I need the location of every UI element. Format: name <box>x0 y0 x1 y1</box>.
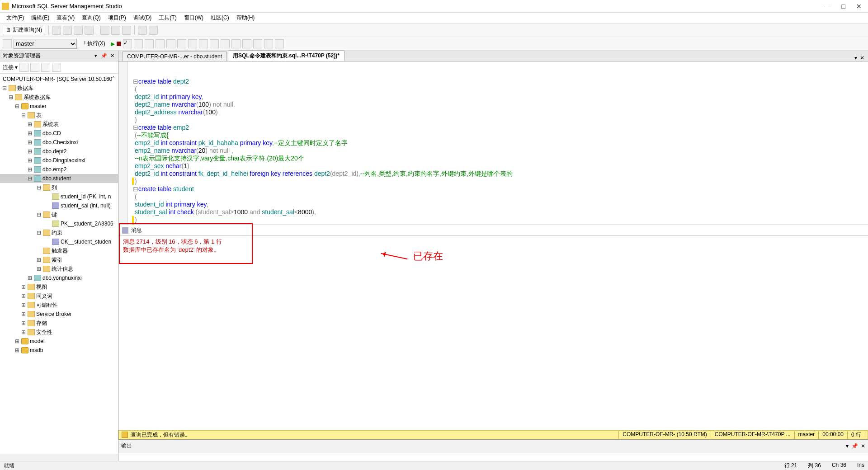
tree-node[interactable]: ⊞视图 <box>0 282 118 291</box>
tree-node[interactable]: ⊞dbo.emp2 <box>0 165 118 174</box>
toolbar-btn[interactable] <box>275 39 284 48</box>
messages-body[interactable]: 消息 2714，级别 16，状态 6，第 1 行 数据库中已存在名为 'dept… <box>118 236 868 430</box>
close-icon[interactable]: ✕ <box>856 3 862 10</box>
tree-node[interactable]: ⊟系统数据库 <box>0 93 118 102</box>
connect-button[interactable]: 连接 ▾ <box>3 64 18 71</box>
toolbar-btn[interactable] <box>41 63 50 72</box>
menu-edit[interactable]: 编辑(E) <box>28 13 52 23</box>
menu-query[interactable]: 查询(Q) <box>79 13 103 23</box>
menu-tools[interactable]: 工具(T) <box>156 13 179 23</box>
toolbar-btn[interactable] <box>231 39 241 48</box>
error-line: 数据库中已存在名为 'dept2' 的对象。 <box>123 246 863 254</box>
status-db: master <box>794 431 819 439</box>
tree-node[interactable]: ⊞统计信息 <box>0 264 118 273</box>
tree-node[interactable]: ⊞msdb <box>0 346 118 355</box>
toolbar-btn[interactable] <box>166 39 175 48</box>
output-body[interactable] <box>118 452 868 461</box>
tree-leaf[interactable]: PK__student_2A3306 <box>0 219 118 228</box>
toolbar-btn[interactable] <box>30 63 39 72</box>
parse-icon[interactable]: ✓ <box>123 39 132 48</box>
tab-inactive[interactable]: COMPUTER-OF-MR-...er - dbo.student <box>122 52 227 61</box>
tree-node[interactable]: ⊞索引 <box>0 255 118 264</box>
tree-node[interactable]: ⊟master <box>0 102 118 111</box>
close-icon[interactable]: ✕ <box>861 443 865 449</box>
toolbar-btn[interactable] <box>3 39 12 48</box>
toolbar-btn[interactable] <box>221 39 230 48</box>
tree-node[interactable]: ⊞系统表 <box>0 120 118 129</box>
minimize-icon[interactable]: — <box>825 3 831 10</box>
toolbar-btn[interactable] <box>138 26 147 35</box>
toolbar-btn[interactable] <box>19 63 28 72</box>
pin-icon[interactable]: 📌 <box>851 443 858 449</box>
tree-node[interactable]: ⊞同义词 <box>0 291 118 301</box>
tree-node[interactable]: ⊞dbo.Checixinxi <box>0 138 118 147</box>
toolbar-btn[interactable] <box>74 26 83 35</box>
tree-node[interactable]: ⊟约束 <box>0 228 118 237</box>
tree-leaf[interactable]: student_sal (int, null) <box>0 201 118 210</box>
toolbar-btn[interactable] <box>253 39 262 48</box>
tree[interactable]: COMPUTER-OF-MR- (SQL Server 10.50.160 ˄ … <box>0 74 118 454</box>
tree-node-selected[interactable]: ⊟dbo.student <box>0 174 118 183</box>
menu-view[interactable]: 查看(V) <box>54 13 77 23</box>
tree-node[interactable]: 触发器 <box>0 246 118 255</box>
save-all-icon[interactable] <box>122 26 131 35</box>
menu-help[interactable]: 帮助(H) <box>234 13 258 23</box>
menu-project[interactable]: 项目(P) <box>105 13 129 23</box>
tree-node[interactable]: ⊞dbo.CD <box>0 129 118 138</box>
toolbar-btn[interactable] <box>264 39 273 48</box>
toolbar-btn[interactable] <box>199 39 208 48</box>
scrollbar-h[interactable] <box>0 454 118 461</box>
status-server: COMPUTER-OF-MR- (10.50 RTM) <box>618 431 710 439</box>
tree-node[interactable]: ⊞Service Broker <box>0 310 118 319</box>
toolbar-btn[interactable] <box>149 26 158 35</box>
toolbar-btn[interactable] <box>188 39 197 48</box>
toolbar-btn[interactable] <box>177 39 186 48</box>
pin-icon[interactable]: 📌 <box>101 53 107 59</box>
stop-icon[interactable] <box>117 42 121 46</box>
tree-node[interactable]: ⊟列 <box>0 183 118 192</box>
menu-window[interactable]: 窗口(W) <box>181 13 206 23</box>
toolbar-btn[interactable] <box>52 26 61 35</box>
toolbar-btn[interactable] <box>210 39 219 48</box>
tree-node[interactable]: ⊞dbo.Dingpiaoxinxi <box>0 156 118 165</box>
maximize-icon[interactable]: □ <box>842 3 845 10</box>
close-icon[interactable]: ✕ <box>109 53 115 59</box>
tree-node[interactable]: ⊟键 <box>0 210 118 219</box>
tree-node[interactable]: ⊞存储 <box>0 319 118 328</box>
menu-community[interactable]: 社区(C) <box>208 13 232 23</box>
toolbar-btn[interactable] <box>145 39 154 48</box>
tab-close-icon[interactable]: ✕ <box>860 55 864 61</box>
menu-debug[interactable]: 调试(D) <box>131 13 155 23</box>
sql-editor[interactable]: ⊟create table dept2 ( dept2_id int prima… <box>118 61 868 225</box>
execute-button[interactable]: ! 执行(X) <box>80 39 109 48</box>
open-icon[interactable] <box>100 26 109 35</box>
tab-active[interactable]: 用SQL命令建表和约束.sql...R-\T470P (52))* <box>228 50 344 61</box>
menu-file[interactable]: 文件(F) <box>4 13 27 23</box>
toolbar-btn[interactable] <box>242 39 251 48</box>
toolbar-btn[interactable] <box>134 39 143 48</box>
tree-node[interactable]: ⊟数据库 <box>0 84 118 93</box>
save-icon[interactable] <box>111 26 120 35</box>
messages-tab[interactable]: 消息 <box>118 225 868 236</box>
tree-leaf[interactable]: CK__student_studen <box>0 237 118 246</box>
tab-dropdown-icon[interactable]: ▾ <box>854 55 857 61</box>
dropdown-icon[interactable]: ▾ <box>846 443 849 449</box>
server-node[interactable]: COMPUTER-OF-MR- (SQL Server 10.50.160 ˄ <box>0 75 118 84</box>
debug-icon[interactable]: ▶ <box>111 41 115 47</box>
tree-leaf[interactable]: student_id (PK, int, n <box>0 192 118 201</box>
output-title: 输出 <box>121 442 132 450</box>
tree-node[interactable]: ⊞安全性 <box>0 328 118 337</box>
tree-node[interactable]: ⊞model <box>0 337 118 346</box>
tree-node[interactable]: ⊟表 <box>0 111 118 120</box>
tree-node[interactable]: ⊞dbo.yonghuxinxi <box>0 273 118 282</box>
toolbar-btn[interactable] <box>63 26 72 35</box>
toolbar-btn[interactable] <box>52 63 61 72</box>
dropdown-icon[interactable]: ▾ <box>93 53 99 59</box>
toolbar-btn[interactable] <box>156 39 165 48</box>
new-query-button[interactable]: 🗎 新建查询(N) <box>3 25 45 35</box>
tree-node[interactable]: ⊞可编程性 <box>0 301 118 310</box>
toolbar-btn[interactable] <box>85 26 94 35</box>
tree-node[interactable]: ⊞dbo.dept2 <box>0 147 118 156</box>
status-bar: 就绪 行 21 列 36 Ch 36 Ins <box>0 461 868 470</box>
database-combo[interactable]: master <box>14 39 77 49</box>
